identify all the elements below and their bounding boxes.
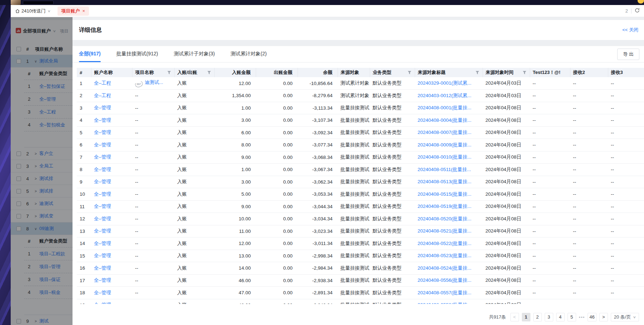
cell-recv2: -- [570, 225, 608, 238]
cell-account[interactable]: 全–管理 [91, 274, 132, 287]
cell-account[interactable]: 全–工程 [91, 90, 132, 102]
360-view-icon[interactable]: 360° [134, 80, 144, 88]
col-header-label: # [80, 70, 82, 75]
cell-account[interactable]: 全–管理 [91, 102, 132, 114]
cell-title[interactable]: 20240408-0511(批量挂... [415, 164, 483, 176]
cell-balance: -3,044.34 [298, 200, 338, 213]
page-button-3[interactable]: 3 [545, 313, 553, 321]
cell-project: -- [132, 299, 174, 304]
cell-account[interactable]: 全–管理 [91, 238, 132, 250]
cell-t123: -- [530, 188, 570, 201]
modal-dim-overlay[interactable] [11, 17, 73, 325]
page-button-5[interactable]: 5 [568, 313, 576, 321]
more-pages-button[interactable]: ••• [579, 315, 585, 320]
cell-title[interactable]: 20240408-0001(批量挂... [415, 102, 483, 114]
tab-2[interactable]: 测试累计子对象(3) [174, 51, 215, 62]
cell-account[interactable]: 全–管理 [91, 139, 132, 151]
page-button-1[interactable]: 1 [522, 313, 530, 321]
cell-time: 2024年04月03日 [483, 77, 530, 90]
col-header-5: 出账金额 [256, 68, 298, 77]
cell-title[interactable]: 20240408-0004(批量挂... [415, 114, 483, 127]
cell-source: 批量挂接测试 [338, 238, 370, 250]
project-link[interactable]: 迪测试... [145, 80, 163, 85]
cell-account[interactable]: 全–工程 [91, 77, 132, 90]
cell-project: -- [132, 102, 174, 114]
cell-account[interactable]: 全–管理 [91, 250, 132, 262]
cell-inout: 入账 [174, 188, 214, 201]
address-box[interactable] [23, 1, 54, 5]
cell-account[interactable]: 全–管理 [91, 299, 132, 304]
cell-account[interactable]: 全–管理 [91, 213, 132, 225]
home-menu[interactable]: 2410传送门 ∨ [15, 8, 50, 14]
cell-title[interactable]: 20240408-0010(批量挂... [415, 151, 483, 164]
cell-biz: 默认业务类型 [370, 287, 415, 299]
cell-account[interactable]: 全–管理 [91, 176, 132, 188]
tab-0[interactable]: 全部(917) [79, 51, 101, 62]
page-title: 详细信息 [79, 26, 102, 34]
cell-account[interactable]: 全–管理 [91, 126, 132, 139]
page-size-select[interactable]: 20 条/页 ∨ [611, 313, 639, 321]
cell-source: 批量挂接测试 [338, 114, 370, 127]
cell-title[interactable]: 20240408-0524(批量挂... [415, 262, 483, 275]
cell-inAmt: 47.00 [214, 287, 256, 299]
cell-account[interactable]: 全–管理 [91, 164, 132, 176]
col-header-label: 来源对象时间 [486, 70, 514, 75]
cell-inAmt: 5.00 [214, 188, 256, 201]
cell-project: -- [132, 262, 174, 275]
cell-account[interactable]: 全–管理 [91, 188, 132, 201]
cell-inout: 入账 [174, 262, 214, 275]
table-row: 12全–管理--入账10.000.00-3,034.34批量挂接测试默认业务类型… [77, 213, 644, 225]
cell-title[interactable]: 20240408-0515(批量挂... [415, 188, 483, 201]
cell-account[interactable]: 全–管理 [91, 200, 132, 213]
tab-1[interactable]: 批量挂接测试(912) [116, 51, 158, 62]
cell-title[interactable]: 20240408-0009(批量挂... [415, 139, 483, 151]
tab-3[interactable]: 测试累计对象(2) [231, 51, 267, 62]
cell-inAmt: 46.00 [214, 274, 256, 287]
cell-recv3: -- [608, 77, 644, 90]
cell-project[interactable]: 360°迪测试... [132, 77, 174, 90]
filter-icon[interactable] [408, 70, 411, 76]
filter-icon[interactable] [207, 70, 211, 76]
cell-title[interactable]: 20240408-0007(批量挂... [415, 126, 483, 139]
cell-title[interactable]: 20240408-0522(批量挂... [415, 238, 483, 250]
page-button-4[interactable]: 4 [556, 313, 565, 321]
last-page-button[interactable]: 46 [588, 313, 596, 321]
refresh-icon[interactable] [635, 8, 640, 14]
export-button[interactable]: 导 出 [617, 49, 639, 60]
cell-account[interactable]: 全–管理 [91, 262, 132, 275]
avatar[interactable] [11, 0, 21, 5]
filter-icon[interactable] [523, 70, 526, 76]
cell-title[interactable]: 20240408-0556(批量挂... [415, 274, 483, 287]
cell-outAmt: 0.00 [256, 274, 298, 287]
cell-inout: 入账 [174, 274, 214, 287]
filter-icon[interactable] [167, 70, 171, 76]
cell-title[interactable]: 20240408-0520(批量挂... [415, 213, 483, 225]
cell-title[interactable]: 20240408-0521(批量挂... [415, 225, 483, 238]
cell-recv3: -- [608, 225, 644, 238]
cell-account[interactable]: 全–管理 [91, 287, 132, 299]
cell-title[interactable]: 20240408-0513(批量挂... [415, 176, 483, 188]
cell-account[interactable]: 全–管理 [91, 114, 132, 127]
cell-account[interactable]: 全–管理 [91, 151, 132, 164]
cell-title[interactable]: 20240408-0557(批量挂... [415, 287, 483, 299]
cell-title[interactable]: 20240408-0558(批量挂... [415, 299, 483, 304]
cell-no: 15 [77, 250, 91, 262]
cell-outAmt: 0.00 [256, 262, 298, 275]
table-row: 1全–工程360°迪测试...入账12.000.00-10,856.64测试累计… [77, 77, 644, 90]
next-page-button[interactable]: > [599, 313, 608, 321]
prev-page-button[interactable]: < [510, 313, 519, 321]
cell-time: 2024年04月08日 [483, 139, 530, 151]
close-tab-icon[interactable]: × [83, 9, 85, 13]
cell-time: 2024年04月08日 [483, 200, 530, 213]
cell-title[interactable]: 20240403-0012(测试累... [415, 90, 483, 102]
close-panel-link[interactable]: << 关闭 [622, 27, 638, 33]
cell-account[interactable]: 全–管理 [91, 225, 132, 238]
table-row: 15全–管理--入账13.000.00-2,998.34批量挂接测试默认业务类型… [77, 250, 644, 262]
col-header-7: 来源对象 [338, 68, 370, 77]
filter-icon[interactable] [475, 70, 479, 76]
cell-title[interactable]: 20240408-0519(批量挂... [415, 200, 483, 213]
page-button-2[interactable]: 2 [533, 313, 542, 321]
cell-title[interactable]: 20240408-0523(批量挂... [415, 250, 483, 262]
cell-title[interactable]: 20240329-0001(测试累... [415, 77, 483, 90]
tab-project-account[interactable]: 项目账户 × [58, 6, 89, 16]
